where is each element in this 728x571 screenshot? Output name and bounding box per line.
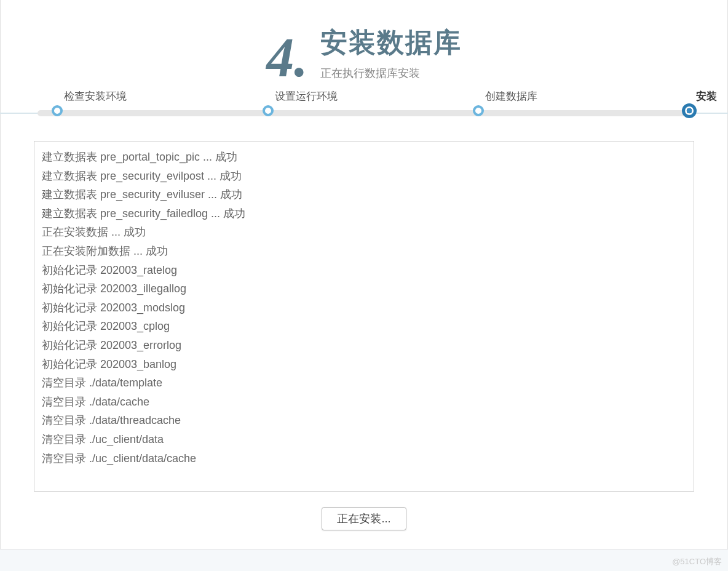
log-line: 清空目录 ./data/template bbox=[42, 373, 686, 393]
log-line: 建立数据表 pre_portal_topic_pic ... 成功 bbox=[42, 148, 686, 167]
log-line: 清空目录 ./data/cache bbox=[42, 393, 686, 412]
log-line: 正在安装附加数据 ... 成功 bbox=[42, 242, 686, 261]
progress-step-marker-icon bbox=[263, 105, 274, 116]
step-number-icon: 4. bbox=[266, 30, 308, 86]
log-line: 清空目录 ./data/threadcache bbox=[42, 411, 686, 430]
progress-step-label: 安装 bbox=[696, 89, 717, 103]
log-line: 初始化记录 202003_banlog bbox=[42, 355, 686, 374]
log-line: 初始化记录 202003_cplog bbox=[42, 317, 686, 336]
install-log-panel: 建立数据表 pre_portal_topic_pic ... 成功建立数据表 p… bbox=[34, 141, 694, 492]
installing-button[interactable]: 正在安装... bbox=[322, 507, 406, 530]
page-subtitle: 正在执行数据库安装 bbox=[320, 66, 462, 81]
log-line: 初始化记录 202003_illegallog bbox=[42, 279, 686, 298]
progress-step-label: 检查安装环境 bbox=[64, 89, 127, 103]
button-wrapper: 正在安装... bbox=[1, 507, 727, 530]
log-line: 初始化记录 202003_ratelog bbox=[42, 261, 686, 280]
log-line: 正在安装数据 ... 成功 bbox=[42, 223, 686, 242]
log-line: 建立数据表 pre_security_eviluser ... 成功 bbox=[42, 185, 686, 204]
page-title: 安装数据库 bbox=[320, 25, 462, 61]
progress-step-label: 创建数据库 bbox=[485, 89, 537, 103]
progress-steps: 检查安装环境设置运行环境创建数据库安装 bbox=[1, 92, 727, 129]
progress-bar: 检查安装环境设置运行环境创建数据库安装 bbox=[1, 110, 727, 116]
watermark: @51CTO博客 bbox=[672, 556, 722, 567]
progress-step-marker-icon bbox=[52, 105, 63, 116]
header-text: 安装数据库 正在执行数据库安装 bbox=[320, 25, 462, 86]
progress-step-marker-icon bbox=[682, 103, 697, 118]
progress-step-label: 设置运行环境 bbox=[275, 89, 338, 103]
log-line: 清空目录 ./uc_client/data/cache bbox=[42, 449, 686, 468]
log-line: 清空目录 ./uc_client/data bbox=[42, 430, 686, 449]
log-line: 初始化记录 202003_modslog bbox=[42, 298, 686, 317]
progress-step-marker-icon bbox=[473, 105, 484, 116]
log-line: 建立数据表 pre_security_evilpost ... 成功 bbox=[42, 167, 686, 186]
log-line: 初始化记录 202003_errorlog bbox=[42, 336, 686, 355]
log-line: 建立数据表 pre_security_failedlog ... 成功 bbox=[42, 204, 686, 223]
installer-container: 4. 安装数据库 正在执行数据库安装 检查安装环境设置运行环境创建数据库安装 建… bbox=[0, 0, 728, 549]
